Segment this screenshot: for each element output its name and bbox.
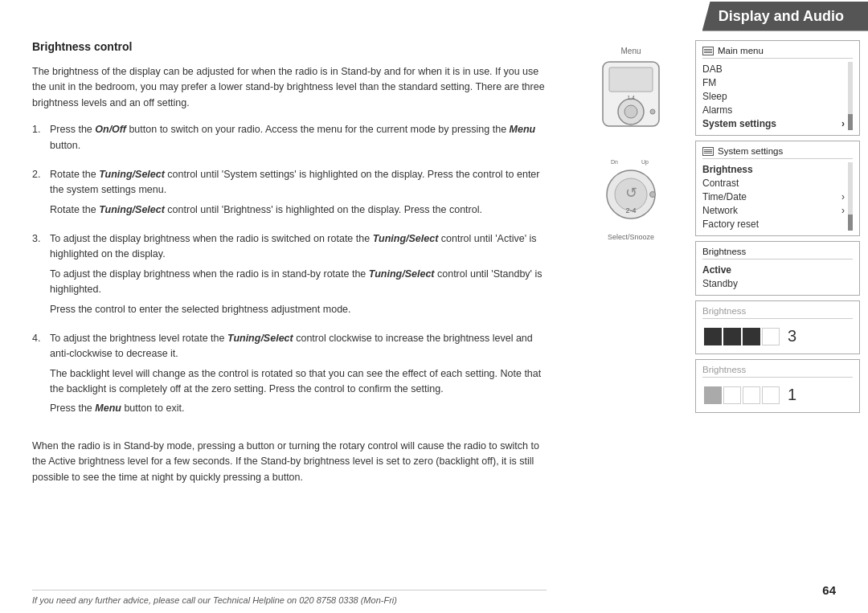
step-1-content: Press the On/Off button to switch on you… bbox=[50, 122, 547, 157]
brightness-level-3-display: 3 bbox=[702, 324, 853, 349]
menu-icon bbox=[702, 47, 714, 55]
brightness-level-1-box: Brightness 1 bbox=[695, 359, 860, 413]
main-menu-title: Main menu bbox=[702, 46, 853, 59]
block-1-3 bbox=[743, 386, 760, 404]
menu-item-fm: FM bbox=[702, 76, 845, 89]
header-title: Display and Audio bbox=[702, 2, 868, 31]
brightness-level-3-title: Brightness bbox=[702, 306, 853, 319]
section-title: Brightness control bbox=[32, 40, 547, 53]
page-body: Brightness control The brightness of the… bbox=[0, 32, 868, 613]
sys-item-contrast: Contrast bbox=[702, 176, 845, 190]
block-3-2 bbox=[723, 328, 741, 345]
main-menu-scrollbar bbox=[848, 62, 853, 130]
block-1-2 bbox=[723, 386, 741, 404]
svg-text:1,4: 1,4 bbox=[627, 95, 635, 100]
brightness-level-1-title: Brightness bbox=[702, 365, 853, 378]
middle-illustrations: Menu 1,4 Dn Up bbox=[571, 32, 691, 613]
brightness-mode-title: Brightness bbox=[702, 247, 853, 260]
block-1-4 bbox=[762, 386, 780, 404]
step-4-content: To adjust the brightness level rotate th… bbox=[50, 331, 547, 421]
block-3-1 bbox=[704, 328, 722, 345]
block-3-3 bbox=[743, 328, 760, 345]
brightness-number-3: 3 bbox=[788, 327, 796, 345]
menu-item-system-settings: System settings › bbox=[702, 116, 845, 130]
main-menu-items: DAB FM Sleep Alarms System settings › bbox=[702, 62, 853, 130]
menu-knob: Menu 1,4 bbox=[595, 47, 667, 130]
system-settings-title: System settings bbox=[702, 146, 853, 159]
right-panel: Main menu DAB FM Sleep Alarms System set… bbox=[691, 32, 868, 613]
rotary-knob: Dn Up ↺ 2-4 Select/Snooze bbox=[595, 153, 667, 241]
svg-text:↺: ↺ bbox=[625, 185, 637, 201]
svg-rect-1 bbox=[609, 67, 653, 92]
step-2-num: 2. bbox=[32, 167, 50, 222]
system-settings-items: Brightness Contrast Time/Date› Network› … bbox=[702, 162, 853, 231]
sys-item-factory-reset: Factory reset bbox=[702, 217, 845, 231]
rotary-knob-svg: Dn Up ↺ 2-4 bbox=[595, 153, 667, 233]
menu-item-alarms: Alarms bbox=[702, 103, 845, 116]
brightness-level-1-display: 1 bbox=[702, 382, 853, 407]
brightness-level-3-box: Brightness 3 bbox=[695, 300, 860, 354]
svg-text:2-4: 2-4 bbox=[625, 206, 636, 215]
footer-note: If you need any further advice, please c… bbox=[32, 590, 547, 605]
sys-item-brightness: Brightness bbox=[702, 162, 845, 176]
step-1: 1. Press the On/Off button to switch on … bbox=[32, 122, 547, 157]
brightness-mode-items: Active Standby bbox=[702, 263, 853, 290]
brightness-mode-box: Brightness Active Standby bbox=[695, 241, 860, 296]
system-settings-box: System settings Brightness Contrast Time… bbox=[695, 141, 860, 236]
intro-text: The brightness of the display can be adj… bbox=[32, 64, 547, 111]
device-top-svg: 1,4 bbox=[595, 58, 667, 130]
mode-active: Active bbox=[702, 263, 845, 276]
svg-text:Up: Up bbox=[641, 159, 649, 166]
svg-point-3 bbox=[624, 105, 637, 118]
sys-item-timedate: Time/Date› bbox=[702, 190, 845, 203]
block-3-4 bbox=[762, 328, 780, 345]
page-header: Display and Audio bbox=[0, 0, 868, 32]
menu-label: Menu bbox=[620, 47, 641, 55]
svg-point-12 bbox=[650, 192, 656, 198]
page-number: 64 bbox=[822, 583, 836, 597]
step-2: 2. Rotate the Tuning/Select control unti… bbox=[32, 167, 547, 222]
step-1-num: 1. bbox=[32, 122, 50, 157]
sys-scrollbar-thumb bbox=[848, 215, 853, 231]
menu-item-dab: DAB bbox=[702, 62, 845, 76]
menu-item-sleep: Sleep bbox=[702, 89, 845, 103]
steps-list: 1. Press the On/Off button to switch on … bbox=[32, 122, 547, 431]
scrollbar-thumb bbox=[848, 114, 853, 130]
brightness-blocks-3 bbox=[704, 328, 780, 345]
brightness-blocks-1 bbox=[704, 386, 780, 404]
extra-note: When the radio is in Stand-by mode, pres… bbox=[32, 439, 547, 485]
step-3-content: To adjust the display brightness when th… bbox=[50, 231, 547, 321]
mode-standby: Standby bbox=[702, 276, 845, 290]
svg-point-5 bbox=[650, 109, 655, 114]
step-4-num: 4. bbox=[32, 331, 50, 421]
step-3-num: 3. bbox=[32, 231, 50, 321]
system-menu-icon bbox=[702, 147, 714, 156]
block-1-1 bbox=[704, 386, 722, 404]
step-4: 4. To adjust the brightness level rotate… bbox=[32, 331, 547, 421]
step-2-content: Rotate the Tuning/Select control until '… bbox=[50, 167, 547, 222]
svg-text:Dn: Dn bbox=[611, 159, 618, 165]
brightness-number-1: 1 bbox=[788, 386, 796, 404]
sys-settings-scrollbar bbox=[848, 162, 853, 231]
step-3: 3. To adjust the display brightness when… bbox=[32, 231, 547, 321]
select-snooze-label: Select/Snooze bbox=[608, 233, 654, 241]
main-menu-box: Main menu DAB FM Sleep Alarms System set… bbox=[695, 40, 860, 136]
left-content: Brightness control The brightness of the… bbox=[0, 32, 571, 613]
sys-item-network: Network› bbox=[702, 203, 845, 217]
